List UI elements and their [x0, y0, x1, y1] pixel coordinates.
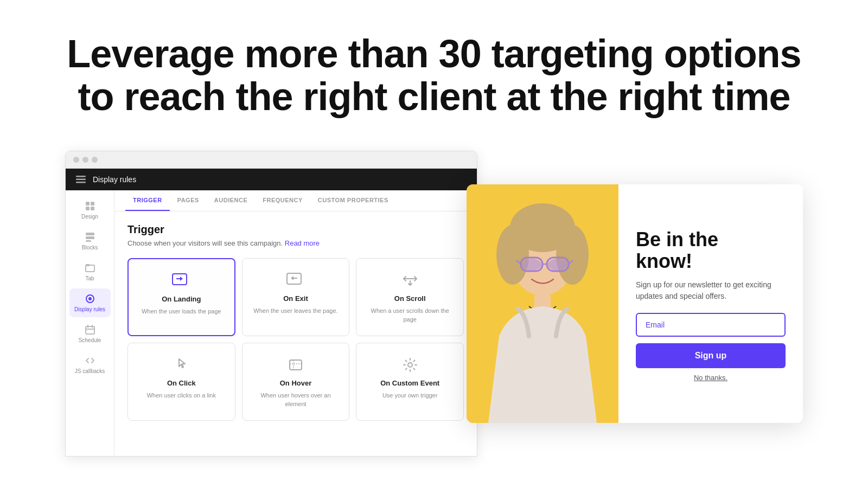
on-landing-desc: When the user loads the page [142, 307, 221, 316]
on-click-title: On Click [167, 379, 196, 387]
on-scroll-title: On Scroll [394, 294, 426, 303]
blocks-icon [84, 231, 96, 243]
main-content: Display rules Design [0, 140, 868, 457]
popup-form: Be in the know! Sign up for our newslett… [618, 184, 803, 423]
read-more-link[interactable]: Read more [285, 239, 320, 247]
on-hover-desc: When user hovers over an element [251, 391, 341, 408]
hover-icon [286, 355, 305, 375]
topbar-menu-icon[interactable] [75, 174, 86, 185]
arrow-left-box-icon [286, 271, 305, 290]
gear-icon [400, 355, 420, 375]
on-custom-event-title: On Custom Event [380, 379, 439, 387]
sidebar: Design Blocks [66, 190, 114, 456]
sidebar-item-tab[interactable]: Tab [69, 258, 111, 286]
svg-rect-6 [91, 207, 94, 210]
tab-icon [84, 262, 96, 274]
tabs-bar: Trigger Pages Audience Frequency Custom … [114, 190, 477, 211]
trigger-card-on-exit[interactable]: On Exit When the user leaves the page. [242, 258, 350, 336]
on-exit-desc: When the user leaves the page. [253, 307, 337, 315]
on-exit-title: On Exit [283, 294, 308, 303]
svg-rect-4 [91, 202, 94, 206]
sidebar-item-blocks[interactable]: Blocks [69, 227, 111, 255]
trigger-grid: On Landing When the user loads the page [127, 258, 464, 421]
on-hover-title: On Hover [280, 379, 312, 387]
sidebar-item-blocks-label: Blocks [82, 245, 98, 251]
svg-point-34 [522, 259, 541, 271]
trigger-card-on-click[interactable]: On Click When user clicks on a link [127, 343, 235, 421]
no-thanks-link[interactable]: No thanks. [636, 374, 786, 382]
sidebar-item-schedule-label: Schedule [79, 337, 101, 344]
browser-dot-red [73, 157, 79, 163]
design-icon [84, 200, 96, 212]
trigger-desc: Choose when your visitors will see this … [127, 239, 464, 247]
svg-rect-3 [86, 202, 90, 206]
app-topbar: Display rules [66, 169, 477, 190]
svg-point-28 [510, 203, 575, 252]
sidebar-item-callbacks-label: JS callbacks [75, 368, 105, 375]
tab-audience[interactable]: Audience [207, 190, 255, 211]
svg-rect-8 [86, 236, 94, 239]
sidebar-item-schedule[interactable]: Schedule [69, 319, 111, 348]
tab-custom-properties[interactable]: Custom Properties [310, 190, 396, 211]
svg-rect-7 [86, 233, 94, 235]
popup-form-title: Be in the know! [636, 229, 786, 272]
email-field[interactable] [636, 313, 786, 337]
trigger-card-on-landing[interactable]: On Landing When the user loads the page [127, 258, 235, 336]
svg-point-13 [88, 297, 92, 300]
on-click-desc: When user clicks on a link [147, 391, 216, 400]
sidebar-item-display-rules-label: Display rules [74, 306, 105, 313]
trigger-card-on-hover[interactable]: On Hover When user hovers over an elemen… [242, 343, 350, 421]
on-custom-event-desc: Use your own trigger [382, 391, 438, 400]
arrow-right-box-icon [171, 271, 191, 291]
browser-dot-yellow [82, 157, 88, 163]
code-icon [84, 355, 96, 367]
trigger-card-on-scroll[interactable]: On Scroll When a user scrolls down the p… [356, 258, 464, 336]
svg-rect-1 [76, 179, 86, 181]
hero-section: Leverage more than 30 targeting options … [0, 0, 868, 140]
browser-mockup: Display rules Design [65, 151, 477, 457]
newsletter-popup: Be in the know! Sign up for our newslett… [467, 184, 803, 423]
display-rules-icon [84, 293, 96, 305]
trigger-title: Trigger [127, 223, 464, 236]
schedule-icon [84, 324, 96, 336]
tab-pages[interactable]: Pages [170, 190, 207, 211]
signup-button[interactable]: Sign up [636, 343, 786, 368]
browser-topbar [66, 151, 477, 169]
svg-rect-5 [86, 207, 90, 210]
hero-title: Leverage more than 30 targeting options … [43, 33, 825, 118]
trigger-content: Trigger Choose when your visitors will s… [114, 211, 477, 433]
sidebar-item-design[interactable]: Design [69, 196, 111, 224]
svg-point-22 [408, 363, 412, 367]
svg-rect-9 [86, 240, 91, 242]
svg-point-35 [548, 259, 567, 271]
popup-person-image [467, 184, 618, 423]
main-panel: Trigger Pages Audience Frequency Custom … [114, 190, 477, 456]
browser-dot-green [92, 157, 98, 163]
on-landing-title: On Landing [162, 295, 201, 303]
topbar-title: Display rules [93, 175, 136, 184]
popup-image-section [467, 184, 618, 423]
svg-rect-0 [76, 176, 86, 177]
on-scroll-desc: When a user scrolls down the page [365, 307, 455, 324]
popup-form-desc: Sign up for our newsletter to get exciti… [636, 279, 786, 302]
svg-rect-21 [290, 360, 302, 370]
click-icon [171, 355, 191, 375]
svg-rect-2 [76, 182, 86, 183]
scroll-icon [400, 271, 420, 290]
trigger-card-on-custom-event[interactable]: On Custom Event Use your own trigger [356, 343, 464, 421]
sidebar-item-display-rules[interactable]: Display rules [69, 288, 111, 317]
svg-rect-11 [86, 264, 90, 266]
sidebar-item-design-label: Design [81, 214, 98, 220]
tab-frequency[interactable]: Frequency [255, 190, 310, 211]
app-container: Design Blocks [66, 190, 477, 456]
tab-trigger[interactable]: Trigger [125, 190, 170, 211]
sidebar-item-tab-label: Tab [85, 275, 94, 282]
sidebar-item-callbacks[interactable]: JS callbacks [69, 350, 111, 379]
svg-rect-14 [86, 326, 94, 334]
